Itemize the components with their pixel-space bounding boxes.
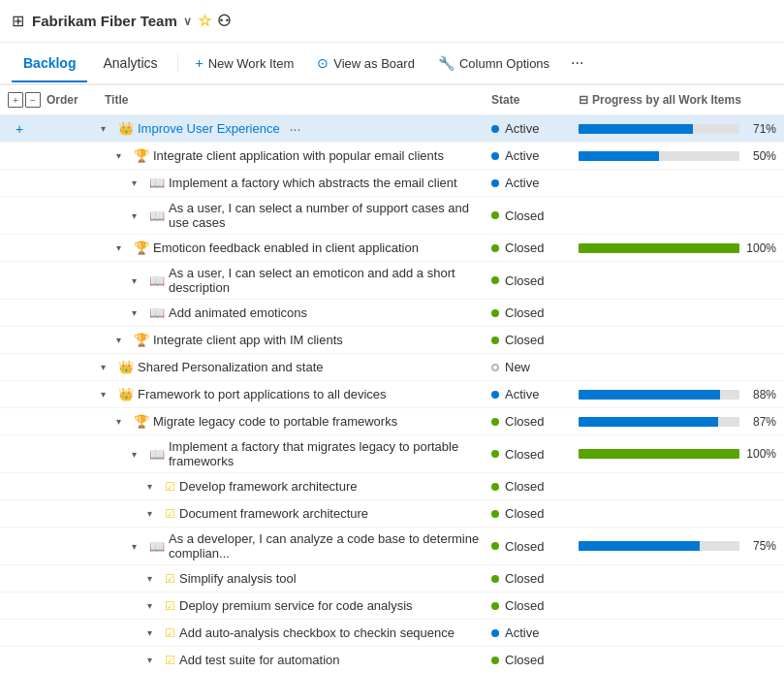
row-order bbox=[39, 657, 97, 664]
item-title: As a user, I can select a number of supp… bbox=[169, 201, 480, 230]
table-row[interactable]: ▾ 📖 As a user, I can select an emoticon … bbox=[0, 262, 784, 300]
row-order bbox=[39, 629, 97, 637]
table-row[interactable]: + ▾ 👑 Improve User Experience ··· Active… bbox=[0, 115, 784, 143]
progress-fill bbox=[579, 390, 720, 400]
table-row[interactable]: ▾ 👑 Shared Personalization and state New bbox=[0, 354, 784, 381]
new-work-item-button[interactable]: + New Work Item bbox=[186, 49, 304, 77]
tab-analytics[interactable]: Analytics bbox=[91, 46, 169, 82]
progress-cell bbox=[571, 602, 784, 610]
tab-backlog[interactable]: Backlog bbox=[12, 46, 87, 82]
table-row[interactable]: ▾ ☑ Document framework architecture Clos… bbox=[0, 500, 784, 528]
more-actions-button[interactable]: ··· bbox=[563, 48, 591, 78]
expand-icon[interactable]: ▾ bbox=[147, 573, 159, 584]
progress-cell: 71% bbox=[571, 118, 784, 140]
expand-icon[interactable]: ▾ bbox=[116, 150, 128, 161]
table-row[interactable]: ▾ 🏆 Integrate client app with IM clients… bbox=[0, 327, 784, 354]
table-row[interactable]: ▾ 📖 As a developer, I can analyze a code… bbox=[0, 528, 784, 565]
view-as-board-button[interactable]: ⊙ View as Board bbox=[307, 49, 424, 77]
table-row[interactable]: ▾ 🏆 Integrate client application with po… bbox=[0, 143, 784, 170]
row-order bbox=[39, 179, 97, 187]
table-row[interactable]: ▾ 📖 Add animated emoticons Closed bbox=[0, 300, 784, 327]
row-order bbox=[39, 391, 97, 399]
table-row[interactable]: ▾ ☑ Develop framework architecture Close… bbox=[0, 473, 784, 500]
item-title-link[interactable]: Improve User Experience bbox=[138, 121, 280, 136]
progress-cell: 88% bbox=[571, 384, 784, 405]
expand-icon[interactable]: ▾ bbox=[132, 177, 143, 188]
state-text: Closed bbox=[505, 447, 544, 462]
table-row[interactable]: ▾ ☑ Simplify analysis tool Closed bbox=[0, 565, 784, 593]
progress-label: 100% bbox=[745, 241, 776, 255]
table-row[interactable]: ▾ ☑ Add auto-analysis checkbox to checki… bbox=[0, 620, 784, 647]
expand-icon[interactable]: ▾ bbox=[101, 362, 112, 372]
state-dot bbox=[491, 211, 499, 219]
expand-icon[interactable]: ▾ bbox=[132, 449, 143, 460]
expand-icon[interactable]: ▾ bbox=[132, 307, 143, 318]
progress-cell bbox=[571, 657, 784, 664]
progress-bar bbox=[579, 541, 739, 551]
person-icon[interactable]: ⚇ bbox=[217, 12, 231, 30]
expand-icon[interactable]: ▾ bbox=[147, 627, 159, 638]
story-icon: 📖 bbox=[149, 305, 165, 320]
row-title-cell: ▾ 👑 Shared Personalization and state bbox=[97, 356, 484, 378]
expand-icon[interactable]: ▾ bbox=[116, 242, 128, 253]
table-body: + ▾ 👑 Improve User Experience ··· Active… bbox=[0, 115, 784, 673]
column-options-button[interactable]: 🔧 Column Options bbox=[428, 49, 559, 77]
state-cell: Closed bbox=[484, 567, 571, 590]
state-dot bbox=[491, 657, 499, 664]
expand-icon[interactable]: ▾ bbox=[116, 335, 128, 345]
feature-icon: 🏆 bbox=[134, 240, 149, 255]
expand-icon[interactable]: ▾ bbox=[147, 508, 159, 519]
state-cell: Closed bbox=[484, 410, 571, 433]
item-title: Emoticon feedback enabled in client appl… bbox=[153, 240, 419, 255]
progress-cell: 75% bbox=[571, 535, 784, 557]
state-text: Closed bbox=[505, 208, 544, 223]
title-chevron-icon[interactable]: ∨ bbox=[183, 15, 192, 28]
state-dot bbox=[491, 276, 499, 284]
row-title-cell: ▾ 👑 Improve User Experience ··· bbox=[97, 117, 484, 141]
table-row[interactable]: ▾ 📖 As a user, I can select a number of … bbox=[0, 197, 784, 235]
expand-icon[interactable]: ▾ bbox=[101, 123, 112, 134]
expand-icon[interactable]: ▾ bbox=[147, 600, 159, 611]
state-cell: Active bbox=[484, 172, 571, 194]
star-icon[interactable]: ☆ bbox=[198, 12, 211, 30]
expand-icon[interactable]: ▾ bbox=[101, 389, 112, 400]
item-title: As a user, I can select an emoticon and … bbox=[169, 266, 480, 295]
expand-icon[interactable]: ▾ bbox=[147, 481, 159, 492]
progress-bar bbox=[579, 151, 739, 161]
expand-icon[interactable]: ▾ bbox=[147, 655, 159, 665]
item-title: Implement a factory which abstracts the … bbox=[169, 176, 457, 190]
row-order bbox=[39, 336, 97, 344]
table-row[interactable]: ▾ ☑ Add test suite for automation Closed bbox=[0, 647, 784, 673]
expand-all-button[interactable]: + bbox=[8, 92, 23, 108]
story-icon: 📖 bbox=[149, 447, 165, 462]
progress-label: 75% bbox=[745, 539, 776, 553]
expand-icon[interactable]: ▾ bbox=[132, 275, 143, 286]
expand-icon[interactable]: ▾ bbox=[116, 416, 128, 427]
state-cell: New bbox=[484, 356, 571, 378]
expand-icon[interactable]: ▾ bbox=[132, 541, 143, 552]
row-add-button[interactable]: + bbox=[12, 121, 27, 137]
table-row[interactable]: ▾ 🏆 Migrate legacy code to portable fram… bbox=[0, 408, 784, 435]
expand-icon[interactable]: ▾ bbox=[132, 210, 143, 221]
state-cell: Closed bbox=[484, 270, 571, 292]
progress-cell: 87% bbox=[571, 411, 784, 433]
state-text: Active bbox=[505, 387, 539, 401]
table-row[interactable]: ▾ 📖 Implement a factory which abstracts … bbox=[0, 170, 784, 197]
row-title-cell: ▾ ☑ Add auto-analysis checkbox to checki… bbox=[97, 622, 484, 644]
task-icon: ☑ bbox=[165, 480, 175, 494]
table-row[interactable]: ▾ 👑 Framework to port applications to al… bbox=[0, 381, 784, 408]
state-cell: Closed bbox=[484, 443, 571, 465]
row-title-cell: ▾ 📖 Implement a factory that migrates le… bbox=[97, 435, 484, 472]
row-title-cell: ▾ 👑 Framework to port applications to al… bbox=[97, 383, 484, 405]
item-title: Add test suite for automation bbox=[179, 653, 339, 667]
row-title-cell: ▾ ☑ Document framework architecture bbox=[97, 502, 484, 525]
table-row[interactable]: ▾ 📖 Implement a factory that migrates le… bbox=[0, 435, 784, 473]
item-more-button[interactable]: ··· bbox=[284, 121, 307, 137]
progress-header-icon: ⊟ bbox=[579, 93, 588, 107]
row-title-cell: ▾ 📖 As a developer, I can analyze a code… bbox=[97, 528, 484, 564]
state-text: Closed bbox=[505, 305, 544, 320]
table-row[interactable]: ▾ 🏆 Emoticon feedback enabled in client … bbox=[0, 235, 784, 262]
table-row[interactable]: ▾ ☑ Deploy premium service for code anal… bbox=[0, 593, 784, 620]
item-title: Implement a factory that migrates legacy… bbox=[169, 439, 480, 468]
row-title-cell: ▾ ☑ Simplify analysis tool bbox=[97, 567, 484, 590]
